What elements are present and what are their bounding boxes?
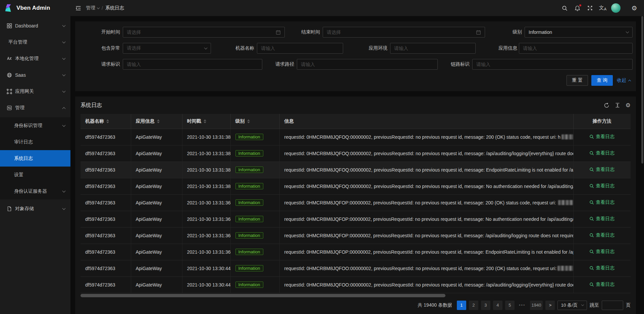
settings-gear-icon[interactable]: ⚙ (628, 0, 641, 16)
include-exception-select[interactable]: 请选择 (123, 43, 211, 54)
view-log-link[interactable]: 查看日志 (589, 265, 614, 271)
sidebar-subitem[interactable]: 系统日志 (0, 150, 70, 167)
pagination: 共 19400 条数据 12345•••1940 > 10 条/页 跳至 页 (80, 301, 631, 310)
refresh-icon[interactable] (604, 103, 609, 108)
message-cell: requestId: 0HMCRBM8JQFOP:00000002, previ… (279, 211, 573, 227)
machine-name-box[interactable] (257, 43, 343, 54)
sidebar-item-label: 管理 (15, 105, 63, 111)
topbar: 管理 / 系统日志 (70, 0, 644, 16)
level-badge: Information (235, 265, 263, 271)
end-time-picker[interactable] (323, 27, 485, 38)
jump-page-input[interactable] (602, 301, 623, 310)
view-log-link[interactable]: 查看日志 (589, 150, 614, 156)
level-label: 级别 (511, 29, 525, 35)
page-button[interactable]: 1 (457, 301, 466, 310)
page-size-value: 10 条/页 (561, 302, 578, 308)
app-env-box[interactable] (390, 43, 476, 54)
topbar-right: 文A ⚙ (558, 0, 641, 16)
sidebar-subitem[interactable]: 身份标识管理 (0, 117, 70, 134)
sidebar-subitem[interactable]: 审计日志 (0, 134, 70, 150)
column-header[interactable]: 机器名称 (80, 114, 131, 129)
chevron-down-icon (97, 6, 100, 9)
sidebar-item[interactable]: Dashboard (0, 19, 70, 33)
page-button[interactable]: 5 (505, 301, 515, 310)
magnifier-icon (589, 266, 594, 270)
sidebar-submenu: 身份标识管理审计日志系统日志设置身份认证服务器 (0, 117, 70, 199)
menu-fold-icon[interactable] (72, 2, 84, 14)
view-log-link[interactable]: 查看日志 (589, 183, 614, 189)
view-log-link[interactable]: 查看日志 (589, 249, 614, 255)
sort-icon[interactable] (157, 119, 160, 123)
sidebar-item[interactable]: 本地化管理 (0, 52, 70, 66)
machine-name-input[interactable] (261, 46, 339, 51)
request-path-input[interactable] (301, 62, 434, 67)
start-time-input[interactable] (127, 29, 273, 35)
column-header-label: 级别 (235, 118, 245, 124)
view-log-link[interactable]: 查看日志 (589, 281, 614, 288)
sidebar-item[interactable]: 对象存储 (0, 202, 70, 216)
column-header[interactable]: 级别 (230, 114, 279, 129)
vertical-scrollbar-thumb[interactable] (641, 16, 643, 164)
logo[interactable]: Vben Admin (0, 0, 70, 16)
request-id-box[interactable] (123, 59, 262, 70)
sort-asc-caret (247, 119, 250, 121)
view-log-link[interactable]: 查看日志 (589, 232, 614, 238)
column-header-inner: 时间戳 (187, 118, 206, 124)
start-time-picker[interactable] (123, 27, 285, 38)
request-id-input[interactable] (127, 62, 258, 67)
collapse-link[interactable]: 收起 (617, 77, 631, 83)
sort-icon[interactable] (106, 119, 109, 123)
breadcrumb-parent[interactable]: 管理 (86, 5, 99, 11)
page-button[interactable]: 1940 (530, 301, 543, 310)
page-button[interactable]: 2 (469, 301, 478, 310)
fullscreen-icon[interactable] (584, 0, 596, 16)
column-header[interactable]: 时间戳 (182, 114, 230, 129)
view-log-link[interactable]: 查看日志 (589, 134, 614, 140)
sort-asc-caret (106, 119, 109, 121)
avatar[interactable] (611, 3, 621, 13)
page-button[interactable]: 3 (481, 301, 490, 310)
action-cell: 查看日志 (573, 194, 631, 211)
end-time-input[interactable] (327, 29, 473, 35)
view-log-link[interactable]: 查看日志 (589, 216, 614, 222)
dashboard-icon (7, 23, 12, 28)
page-size-select[interactable]: 10 条/页 (557, 301, 587, 310)
request-path-box[interactable] (297, 59, 438, 70)
include-exception-label: 包含异常 (79, 45, 123, 51)
app-info-cell: ApiGateWay (131, 227, 182, 244)
translate-icon[interactable]: 文A (596, 0, 609, 16)
chevron-down-icon (62, 40, 66, 44)
table-toolbar: ⚙ (604, 103, 631, 108)
sidebar-item[interactable]: 应用网关 (0, 84, 70, 99)
app-env-input[interactable] (394, 46, 472, 51)
level-select[interactable]: Information (525, 27, 633, 38)
sort-icon[interactable] (247, 119, 250, 123)
trace-id-box[interactable] (472, 59, 633, 70)
row-height-icon[interactable] (615, 103, 620, 108)
bell-icon[interactable] (571, 0, 584, 16)
view-log-link[interactable]: 查看日志 (589, 167, 614, 173)
app-env-label: 应用环境 (367, 45, 390, 51)
reset-button[interactable]: 重 置 (567, 75, 588, 86)
search-icon[interactable] (558, 0, 571, 16)
sort-icon[interactable] (204, 119, 206, 123)
manage-icon (7, 105, 12, 111)
trace-id-input[interactable] (476, 62, 629, 67)
search-button[interactable]: 查 询 (591, 75, 613, 86)
sidebar-subitem[interactable]: 身份认证服务器 (0, 183, 70, 199)
sidebar-item[interactable]: 平台管理 (0, 35, 70, 49)
sidebar-subitem[interactable]: 设置 (0, 167, 70, 183)
view-log-link[interactable]: 查看日志 (589, 199, 614, 205)
horizontal-scrollbar-thumb[interactable] (80, 294, 445, 297)
sidebar-item[interactable]: Saas (0, 68, 70, 82)
column-header[interactable]: 应用信息 (131, 114, 182, 129)
settings-icon[interactable]: ⚙ (626, 103, 631, 108)
sidebar-item[interactable]: 管理 (0, 101, 70, 115)
page-button[interactable]: 4 (493, 301, 502, 310)
level-badge: Information (235, 249, 263, 255)
chevron-down-icon (581, 303, 584, 306)
app-info-input[interactable] (523, 46, 629, 51)
log-table: 机器名称应用信息时间戳级别信息操作方法 df5974d72363ApiGateW… (80, 114, 631, 293)
next-page-button[interactable]: > (545, 301, 555, 310)
app-info-box[interactable] (519, 43, 633, 54)
